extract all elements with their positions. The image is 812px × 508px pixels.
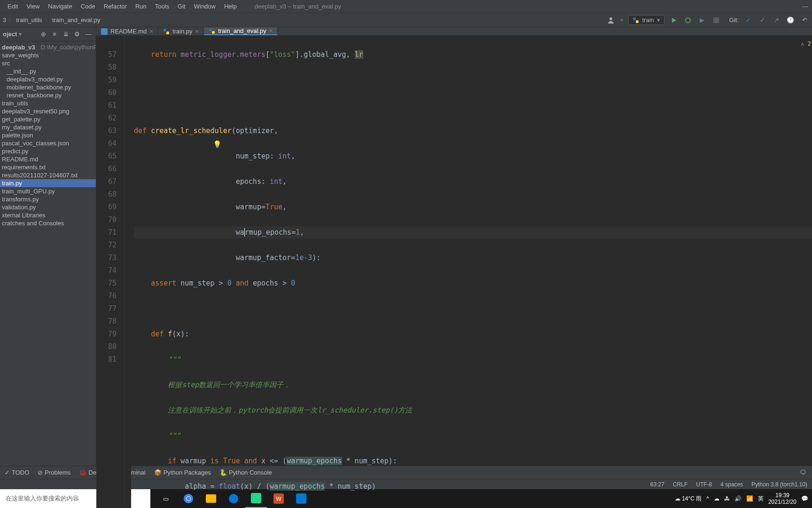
gutter[interactable]: 57 58 59 60 61 62 63 64 65 66 67 68 69 7… [96, 36, 125, 508]
chevron-right-icon: 〉 [8, 16, 14, 24]
svg-rect-7 [166, 32, 169, 34]
svg-rect-4 [713, 17, 719, 23]
tree-file[interactable]: requirements.txt [0, 163, 96, 171]
svg-point-3 [686, 18, 690, 23]
menu-window[interactable]: Window [190, 2, 219, 11]
tab-label: README.md [110, 28, 147, 35]
tree-file[interactable]: transforms.py [0, 195, 96, 203]
menu-help[interactable]: Help [220, 2, 241, 11]
tree-file[interactable]: README.md [0, 155, 96, 163]
navbar: 3 〉 train_utils 〉 train_and_eval.py ▾ tr… [0, 13, 812, 27]
menu-git[interactable]: Git [174, 2, 189, 11]
window-title: deeplab_v3 – train_and_eval.py [255, 3, 341, 10]
editor-tabs: README.md × train.py × train_and_eval.py… [96, 27, 812, 36]
menu-tools[interactable]: Tools [151, 2, 173, 11]
tree-ext-libraries[interactable]: xternal Libraries [0, 211, 96, 219]
close-icon[interactable]: × [195, 28, 199, 35]
user-icon[interactable] [606, 16, 616, 25]
git-update-icon[interactable]: ✓ [743, 16, 753, 25]
tw-problems[interactable]: ⊘Problems [38, 469, 70, 476]
run-button[interactable] [669, 16, 679, 25]
tree-file[interactable]: __init__.py [0, 67, 96, 75]
tree-file[interactable]: results20211027-104607.txt [0, 171, 96, 179]
git-label: Git: [729, 16, 739, 24]
svg-point-0 [609, 17, 612, 20]
menu-refactor[interactable]: Refactor [100, 2, 131, 11]
project-tree[interactable]: deeplab_v3 D:\My_code\pythonProje save_w… [0, 41, 96, 466]
python-icon [632, 17, 639, 24]
titlebar: Edit View Navigate Code Refactor Run Too… [0, 0, 812, 13]
run-with-coverage-button[interactable]: ▶ [697, 16, 707, 25]
tab-readme[interactable]: README.md × [96, 27, 158, 35]
git-rollback-icon[interactable]: ↶ [800, 16, 809, 25]
tree-file[interactable]: pascal_voc_classes.json [0, 139, 96, 147]
tree-file[interactable]: get_palette.py [0, 115, 96, 123]
close-icon[interactable]: × [149, 28, 153, 35]
tree-file[interactable]: mobilenet_backbone.py [0, 83, 96, 91]
tree-file[interactable]: palette.json [0, 131, 96, 139]
expand-all-icon[interactable]: ≡ [50, 30, 59, 39]
check-icon: ✓ [5, 469, 10, 476]
run-configuration[interactable]: train ▾ [628, 15, 664, 25]
tree-folder[interactable]: train_utils [0, 99, 96, 107]
minimize-icon[interactable]: — [802, 3, 808, 10]
git-commit-icon[interactable]: ✓ [757, 16, 767, 25]
tree-folder[interactable]: save_weights [0, 51, 96, 59]
svg-rect-9 [212, 31, 215, 34]
settings-icon[interactable]: ⚙ [72, 30, 82, 39]
tree-scratches[interactable]: cratches and Consoles [0, 219, 96, 227]
project-title: oject [3, 31, 17, 38]
chevron-down-icon: ▾ [657, 16, 660, 24]
tab-label: train.py [172, 28, 193, 35]
tree-file[interactable]: predict.py [0, 147, 96, 155]
stop-button[interactable] [711, 16, 721, 25]
hide-icon[interactable]: — [84, 30, 93, 39]
tab-train-and-eval[interactable]: train_and_eval.py × [204, 27, 278, 35]
tree-root[interactable]: deeplab_v3 D:\My_code\pythonProje [0, 43, 96, 51]
window-controls: — [802, 3, 808, 10]
chevron-down-icon[interactable]: ▾ [19, 31, 22, 38]
breadcrumb-item[interactable]: 3 [3, 16, 6, 24]
tree-file[interactable]: validation.py [0, 203, 96, 211]
menubar: Edit View Navigate Code Refactor Run Too… [4, 2, 241, 11]
tree-file[interactable]: deeplabv3_resnet50.png [0, 107, 96, 115]
tree-folder[interactable]: src [0, 59, 96, 67]
python-icon [163, 28, 170, 35]
chevron-right-icon: 〉 [44, 16, 50, 24]
tw-todo[interactable]: ✓TODO [5, 469, 29, 476]
menu-navigate[interactable]: Navigate [44, 2, 76, 11]
menu-edit[interactable]: Edit [4, 2, 22, 11]
svg-rect-6 [164, 29, 166, 32]
close-icon[interactable]: × [269, 27, 273, 34]
git-history-icon[interactable]: 🕐 [786, 16, 795, 25]
menu-run[interactable]: Run [132, 2, 150, 11]
project-header: oject ▾ ⊕ ≡ ⇊ ⚙ — [0, 27, 96, 41]
breadcrumb-item[interactable]: train_utils [16, 16, 42, 24]
python-icon [209, 28, 215, 34]
tree-file[interactable]: deeplabv3_model.py [0, 75, 96, 83]
tree-file-selected[interactable]: train.py [0, 179, 96, 187]
menu-view[interactable]: View [23, 2, 43, 11]
menu-code[interactable]: Code [77, 2, 99, 11]
code-content[interactable]: return metric_logger.meters["loss"].glob… [131, 36, 812, 508]
fold-column[interactable] [125, 36, 131, 508]
tree-file[interactable]: resnet_backbone.py [0, 91, 96, 99]
breadcrumb: 3 〉 train_utils 〉 train_and_eval.py [3, 16, 101, 24]
tree-file[interactable]: my_dataset.py [0, 123, 96, 131]
svg-rect-5 [101, 28, 108, 35]
tree-file[interactable]: train_multi_GPU.py [0, 187, 96, 195]
select-opened-file-icon[interactable]: ⊕ [39, 30, 48, 39]
bug-icon: 🐞 [79, 469, 86, 476]
code-editor[interactable]: ⚠ 2 57 58 59 60 61 62 63 64 65 66 67 68 … [96, 36, 812, 508]
collapse-all-icon[interactable]: ⇊ [61, 30, 70, 39]
lightbulb-icon[interactable]: 💡 [213, 138, 222, 151]
debug-button[interactable] [683, 16, 693, 25]
svg-rect-8 [209, 28, 212, 31]
tab-train[interactable]: train.py × [158, 27, 204, 35]
warning-icon: ⊘ [38, 469, 43, 476]
breadcrumb-item[interactable]: train_and_eval.py [52, 16, 101, 24]
git-push-icon[interactable]: ↗ [772, 16, 781, 25]
markdown-icon [101, 28, 108, 35]
editor-area: README.md × train.py × train_and_eval.py… [96, 27, 812, 466]
run-config-label: train [642, 16, 654, 24]
